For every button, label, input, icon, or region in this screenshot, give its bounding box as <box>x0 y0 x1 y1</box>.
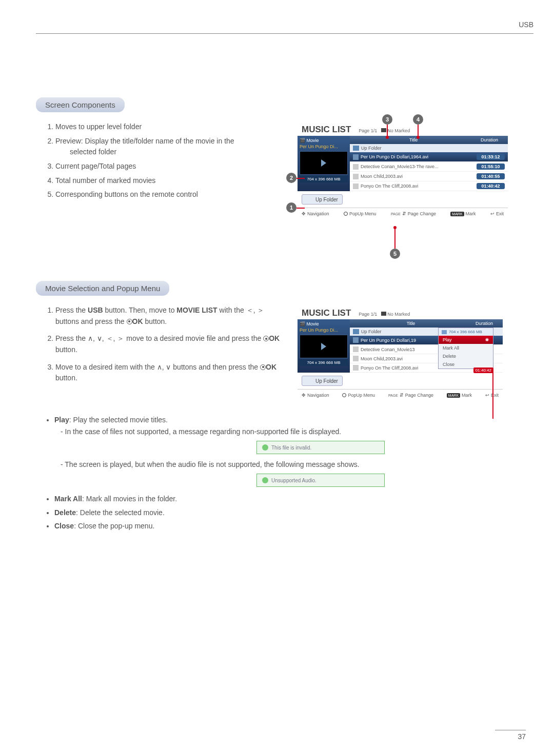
mark-hint: MARK Mark <box>450 211 476 216</box>
columns-header: Title Duration <box>350 136 508 144</box>
up-folder-label: Up Folder <box>361 329 382 334</box>
callout-line <box>296 178 305 179</box>
exit-hint: ↩ Exit <box>490 211 504 216</box>
file-duration: 01:55:10 <box>477 164 505 170</box>
info-icon <box>262 477 268 483</box>
list-item: Play: Play the selected movie titles. <box>54 414 518 425</box>
file-icon <box>353 164 359 170</box>
section-screen-components: Screen Components Moves to upper level f… <box>36 97 518 219</box>
list-item: Total number of marked movies <box>55 175 287 187</box>
file-duration: 01:40:55 <box>477 173 505 179</box>
callout-1: 1 <box>286 202 296 213</box>
list-item: Mark All: Mark all movies in the folder. <box>54 493 518 504</box>
popup-thumb-dims: 704 x 396 668 MB <box>439 328 493 336</box>
file-icon <box>353 183 359 189</box>
sub-note: - The screen is played, but when the aud… <box>36 460 518 468</box>
header-label: USB <box>519 21 533 29</box>
page-indicator: Page 1/1 No Marked <box>359 128 410 133</box>
marked-text: No Marked <box>387 128 410 133</box>
folder-icon <box>353 146 359 151</box>
popup-item-delete[interactable]: Delete <box>439 352 493 360</box>
sub-note: - In the case of files not supported, a … <box>36 427 518 436</box>
up-folder-btn-label: Up Folder <box>315 197 338 202</box>
page-number: 37 <box>495 730 526 741</box>
up-folder-label: Up Folder <box>361 146 382 151</box>
list-item: Moves to upper level folder <box>55 121 287 133</box>
file-name: Ponyo On The Cliff,2008.avi <box>361 183 477 189</box>
pagechange-hint: PAGE⇵ Page Change <box>388 393 433 398</box>
file-icon <box>353 346 359 352</box>
file-row[interactable]: Per Un Pungo Di Dollari,1964.avi 01:33:1… <box>350 152 508 162</box>
list-item: Close: Close the pop-up menu. <box>54 520 518 532</box>
popup-duration-overlay: 01:40:42 <box>473 367 493 373</box>
preview-thumbnail <box>300 335 348 358</box>
col-duration: Duration <box>469 321 500 326</box>
up-folder-row[interactable]: Up Folder <box>350 144 508 152</box>
section-movie-selection: Movie Selection and Popup Menu Press the… <box>36 281 518 532</box>
top-divider <box>36 33 533 34</box>
callout-dot <box>417 136 420 139</box>
callout-line <box>296 208 305 209</box>
file-row[interactable]: Detective Conan_Movie13-The rave... 01:5… <box>350 162 508 172</box>
up-folder-button[interactable]: Up Folder <box>302 194 343 205</box>
mark-hint: MARK Mark <box>447 393 472 398</box>
page: USB Screen Components Moves to upper lev… <box>0 0 554 756</box>
message-text: This file is invalid. <box>271 445 311 451</box>
file-name: Moon Child,2003.avi <box>361 174 477 179</box>
callout-line <box>394 228 395 249</box>
marked-text: No Marked <box>387 312 410 317</box>
preview-panel: 🎬 Movie Per Un Pungo Di... 704 x 396 668… <box>298 319 350 373</box>
callout-5: 5 <box>390 249 400 259</box>
popup-hint: PopUp Menu <box>344 211 377 216</box>
ok-icon <box>127 319 132 324</box>
folder-up-icon <box>306 378 313 384</box>
callout-dot <box>393 226 397 229</box>
file-list-panel: Title Duration Up Folder Per Un Pungo Di… <box>350 136 508 191</box>
file-row[interactable]: Ponyo On The Cliff,2008.avi 01:40:42 <box>350 181 508 191</box>
up-folder-button[interactable]: Up Folder <box>302 376 343 386</box>
callout-line <box>418 125 419 136</box>
file-icon <box>353 365 359 371</box>
screenshot-popup: MUSIC LIST Page 1/1 No Marked 🎬 Movie Pe… <box>298 305 503 401</box>
popup-item-markall[interactable]: Mark All <box>439 344 493 352</box>
footer-bar: ✥ Navigation PopUp Menu PAGE⇵ Page Chang… <box>298 208 508 219</box>
file-duration: 01:40:42 <box>477 183 505 189</box>
popup-hint: PopUp Menu <box>342 393 375 398</box>
preview-filename: Per Un Pungo Di... <box>300 144 348 149</box>
message-box-unsupported-audio: Unsupported Audio. <box>256 474 385 487</box>
page-indicator: Page 1/1 No Marked <box>359 312 410 317</box>
folder-icon <box>353 329 359 334</box>
list-item: Preview: Display the title/folder name o… <box>55 136 287 158</box>
preview-dims: 704 x 396 668 MB <box>300 176 348 182</box>
callout-4: 4 <box>413 114 423 125</box>
nav-hint: ✥ Navigation <box>302 393 329 398</box>
steps-list: Press the USB button. Then, move to MOVI… <box>36 305 287 384</box>
col-title: Title <box>353 321 469 326</box>
info-icon <box>262 444 268 451</box>
info-icon <box>442 330 447 334</box>
message-text: Unsupported Audio. <box>271 478 316 483</box>
file-duration: 01:33:12 <box>477 154 505 160</box>
section-title: Movie Selection and Popup Menu <box>36 281 169 296</box>
popup-menu: 704 x 396 668 MB Play Mark All Delete Cl… <box>438 328 493 369</box>
callout-3: 3 <box>382 114 392 125</box>
section-title: Screen Components <box>36 97 125 112</box>
callout-dot <box>386 136 389 139</box>
mark-icon <box>381 128 386 132</box>
pagechange-hint: PAGE⇵ Page Change <box>391 211 436 216</box>
list-item: Delete: Delete the selected movie. <box>54 507 518 518</box>
file-icon <box>353 356 359 361</box>
mark-icon <box>381 312 386 316</box>
preview-label: 🎬 Movie <box>300 138 348 143</box>
popup-desc-list: Play: Play the selected movie titles. <box>36 414 518 425</box>
columns-header: Title Duration <box>350 319 503 328</box>
list-item: Current page/Total pages <box>55 161 287 172</box>
folder-up-icon <box>306 196 313 202</box>
ok-icon <box>260 364 266 370</box>
exit-hint: ↩ Exit <box>485 393 499 398</box>
file-name: Per Un Pungo Di Dollari,1964.avi <box>361 154 477 159</box>
file-row[interactable]: Moon Child,2003.avi 01:40:55 <box>350 172 508 181</box>
popup-item-play[interactable]: Play <box>439 336 493 344</box>
preview-filename: Per Un Pungo Di... <box>300 328 348 333</box>
file-icon <box>353 154 359 160</box>
